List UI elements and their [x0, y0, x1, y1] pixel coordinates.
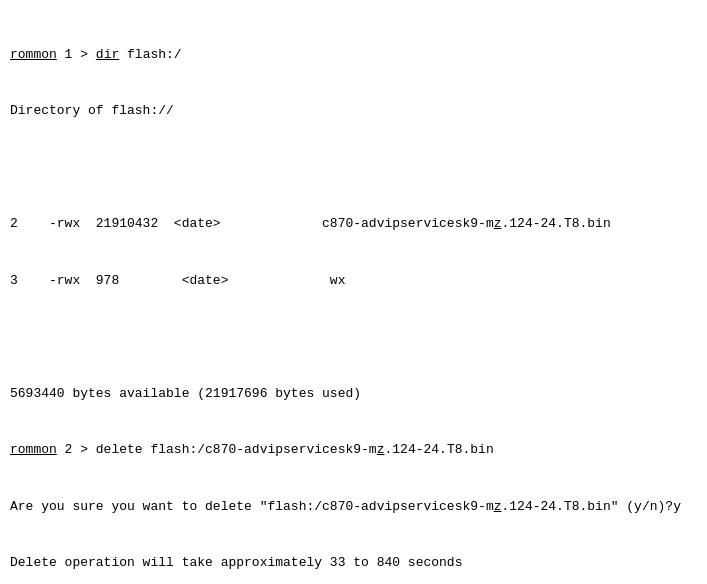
line-5: 3 -rwx 978 <date> wx	[10, 272, 697, 291]
line-4: 2 -rwx 21910432 <date> c870-advipservice…	[10, 215, 697, 234]
line-9: Are you sure you want to delete "flash:/…	[10, 498, 697, 517]
rommon-prompt: rommon	[10, 47, 57, 62]
line-3	[10, 159, 697, 178]
line-7: 5693440 bytes available (21917696 bytes …	[10, 385, 697, 404]
line-1: rommon 1 > dir flash:/	[10, 46, 697, 65]
line-2: Directory of flash://	[10, 102, 697, 121]
line-10: Delete operation will take approximately…	[10, 554, 697, 573]
terminal-output: rommon 1 > dir flash:/ Directory of flas…	[10, 8, 697, 584]
dir-cmd: dir	[96, 47, 119, 62]
line-6	[10, 328, 697, 347]
line-8: rommon 2 > delete flash:/c870-advipservi…	[10, 441, 697, 460]
